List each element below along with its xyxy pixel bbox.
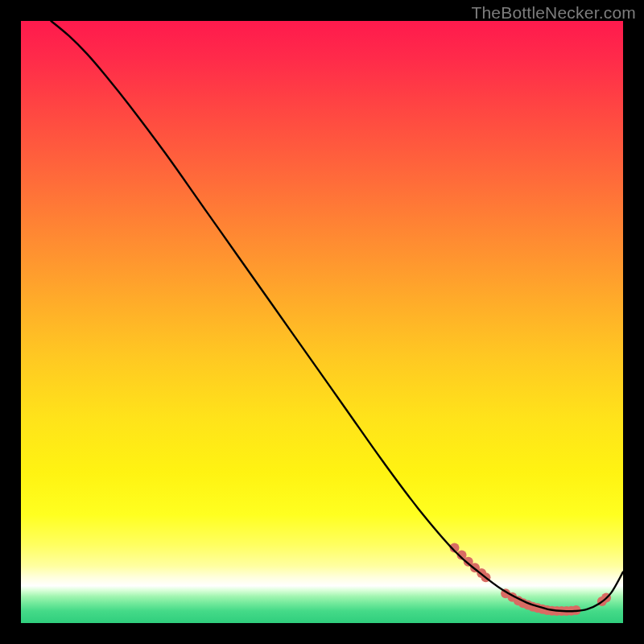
watermark-text: TheBottleNecker.com xyxy=(471,3,636,23)
chart-plot-area xyxy=(21,21,623,623)
chart-curve xyxy=(51,21,623,611)
chart-svg xyxy=(21,21,623,623)
chart-stage: TheBottleNecker.com xyxy=(0,0,644,644)
